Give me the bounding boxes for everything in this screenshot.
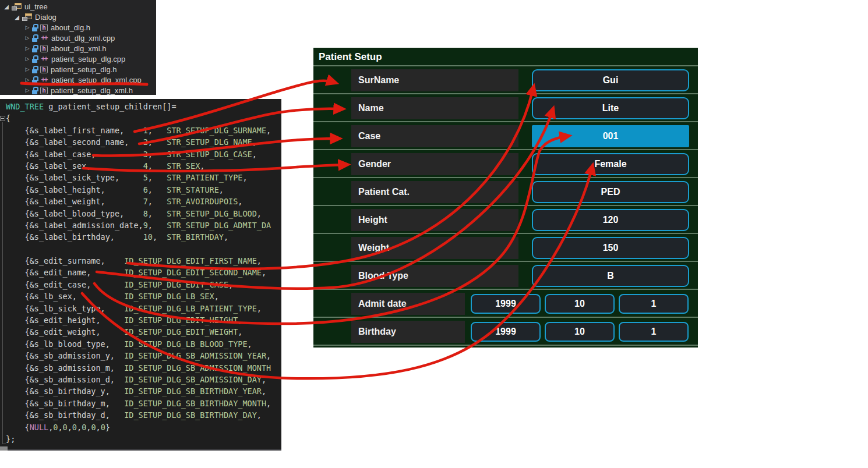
- collapsed-arrow-icon[interactable]: ▷: [23, 66, 31, 72]
- admit-date-month-box[interactable]: 10: [545, 294, 615, 314]
- tree-item-label: Dialog: [35, 13, 57, 22]
- field-row-admit-date: Admit date1999101: [313, 290, 698, 318]
- tree-item-label: about_dlg_xml.cpp: [51, 34, 115, 42]
- folder-subwindow-shape: [22, 17, 27, 21]
- code-line: {&s_sb_admission_d, ID_SETUP_DLG_SB_ADMI…: [0, 374, 281, 385]
- header-file-icon: h: [40, 66, 48, 73]
- field-row-birthday: Birthday1999101: [313, 318, 698, 346]
- tree-item-ui-tree[interactable]: ◢ui_tree: [0, 1, 156, 12]
- lock-icon: [32, 34, 38, 42]
- tree-item-patient-setup-dlg-xml-cpp[interactable]: ▷++patient_setup_dlg_xml.cpp: [0, 75, 156, 85]
- collapsed-arrow-icon[interactable]: ▷: [23, 87, 31, 93]
- code-line: {&s_sb_birthday_y, ID_SETUP_DLG_SB_BIRTH…: [0, 385, 281, 397]
- field-row-surname: SurNameGui: [313, 66, 698, 94]
- header-file-icon: h: [40, 24, 48, 31]
- code-line: {&s_label_birthday, 10, STR_BIRTHDAY,: [0, 231, 281, 243]
- field-value-name[interactable]: Lite: [532, 97, 689, 119]
- collapsed-arrow-icon[interactable]: ▷: [23, 45, 31, 51]
- screenshot-stage: ◢ui_tree◢Dialog▷habout_dlg.h▷++about_dlg…: [0, 0, 868, 468]
- tree-item-label: patient_setup_dlg_xml.cpp: [51, 76, 142, 84]
- field-value-weight[interactable]: 150: [532, 237, 689, 259]
- tree-item-about-dlg-xml-h[interactable]: ▷habout_dlg_xml.h: [0, 43, 156, 54]
- folder-icon: [12, 3, 22, 10]
- tree-item-label: patient_setup_dlg_xml.h: [51, 86, 133, 95]
- code-line: {&s_sb_birthday_d, ID_SETUP_DLG_SB_BIRTH…: [0, 409, 281, 421]
- expanded-arrow-icon[interactable]: ◢: [13, 14, 21, 20]
- dialog-rows: SurNameGuiNameLiteCase001GenderFemalePat…: [313, 66, 698, 346]
- field-value-blood-type[interactable]: B: [532, 265, 689, 287]
- folder-icon: [22, 13, 32, 21]
- collapsed-arrow-icon[interactable]: ▷: [23, 77, 31, 83]
- cpp-file-icon: ++: [40, 55, 48, 63]
- tree-item-Dialog[interactable]: ◢Dialog: [0, 12, 156, 22]
- code-line: {&s_lb_blood_type, ID_SETUP_DLG_LB_BLOOD…: [0, 338, 281, 350]
- field-label-blood-type: Blood Type: [351, 265, 518, 287]
- code-line: {&s_edit_weight, ID_SETUP_DLG_EDIT_WEIGH…: [0, 326, 281, 338]
- code-line: {&s_lb_sex, ID_SETUP_DLG_LB_SEX,: [0, 290, 281, 302]
- code-line: {&s_sb_admission_y, ID_SETUP_DLG_SB_ADMI…: [0, 350, 281, 361]
- header-file-icon: h: [40, 45, 48, 52]
- code-line: [0, 243, 281, 255]
- field-row-patient-cat: Patient Cat.PED: [313, 178, 698, 206]
- code-fold-guide-line: [2, 122, 3, 444]
- collapsed-arrow-icon[interactable]: ▷: [23, 56, 31, 62]
- lock-icon: [32, 55, 38, 63]
- birthday-year-box[interactable]: 1999: [471, 322, 541, 342]
- field-row-name: NameLite: [313, 94, 698, 122]
- tree-item-patient-setup-dlg-h[interactable]: ▷hpatient_setup_dlg.h: [0, 64, 156, 75]
- code-scrollbar-corner[interactable]: [0, 446, 8, 451]
- code-fold-guide-end: [2, 444, 6, 444]
- field-value-surname[interactable]: Gui: [532, 69, 689, 91]
- field-label-patient-cat: Patient Cat.: [351, 181, 518, 203]
- admit-date-day-box[interactable]: 1: [619, 294, 689, 314]
- tree-item-about-dlg-xml-cpp[interactable]: ▷++about_dlg_xml.cpp: [0, 33, 156, 43]
- code-line: {&s_label_blood_type, 8, STR_SETUP_DLG_B…: [0, 208, 281, 219]
- code-editor-bottom-edge: [0, 449, 281, 451]
- code-line: {&s_sb_birthday_m, ID_SETUP_DLG_SB_BIRTH…: [0, 398, 281, 409]
- birthday-month-box[interactable]: 10: [545, 322, 615, 342]
- tree-item-label: about_dlg_xml.h: [51, 44, 106, 53]
- code-line: WND_TREE g_patient_setup_children[]=: [0, 101, 281, 112]
- field-label-case: Case: [351, 125, 518, 147]
- tree-item-label: about_dlg.h: [51, 23, 90, 32]
- code-line: {&s_label_case, 3, STR_SETUP_DLG_CASE,: [0, 148, 281, 160]
- folder-subwindow-shape: [12, 6, 17, 10]
- code-editor[interactable]: WND_TREE g_patient_setup_children[]={ {&…: [0, 99, 281, 451]
- code-line: {&s_label_first_name, 1, STR_SETUP_DLG_S…: [0, 125, 281, 136]
- field-label-birthday: Birthday: [351, 321, 465, 343]
- collapsed-arrow-icon[interactable]: ▷: [23, 35, 31, 41]
- header-file-icon: h: [40, 87, 48, 94]
- field-value-patient-cat[interactable]: PED: [532, 181, 689, 203]
- code-line: {&s_label_height, 6, STR_STATURE,: [0, 184, 281, 196]
- tree-item-label: ui_tree: [24, 2, 48, 11]
- tree-item-about-dlg-h[interactable]: ▷habout_dlg.h: [0, 22, 156, 33]
- cpp-file-icon: ++: [40, 76, 48, 84]
- admit-date-year-box[interactable]: 1999: [471, 294, 541, 314]
- field-row-case: Case001: [313, 122, 698, 150]
- field-value-gender[interactable]: Female: [532, 153, 689, 175]
- code-line: {&s_label_sex, 4, STR_SEX,: [0, 160, 281, 172]
- code-line: {&s_lb_sick_type, ID_SETUP_DLG_LB_PATIEN…: [0, 303, 281, 314]
- code-line: };: [0, 433, 281, 445]
- birthday-day-box[interactable]: 1: [619, 322, 689, 342]
- lock-icon: [32, 87, 38, 94]
- patient-setup-dialog: Patient Setup SurNameGuiNameLiteCase001G…: [313, 48, 698, 348]
- field-value-height[interactable]: 120: [532, 209, 689, 231]
- field-value-case[interactable]: 001: [532, 125, 689, 147]
- tree-item-patient-setup-dlg-xml-h[interactable]: ▷hpatient_setup_dlg_xml.h: [0, 85, 156, 95]
- expanded-arrow-icon[interactable]: ◢: [2, 3, 10, 10]
- field-label-name: Name: [351, 97, 518, 119]
- code-line: {NULL,0,0,0,0,0,0}: [0, 421, 281, 433]
- code-line: {&s_label_sick_type, 5, STR_PATIENT_TYPE…: [0, 172, 281, 183]
- solution-explorer-tree[interactable]: ◢ui_tree◢Dialog▷habout_dlg.h▷++about_dlg…: [0, 0, 156, 95]
- field-label-weight: Weight: [351, 237, 518, 259]
- field-label-gender: Gender: [351, 153, 518, 175]
- code-lines: WND_TREE g_patient_setup_children[]={ {&…: [0, 101, 281, 445]
- collapsed-arrow-icon[interactable]: ▷: [23, 24, 31, 30]
- code-line: {: [0, 112, 281, 124]
- tree-item-patient-setup-dlg-cpp[interactable]: ▷++patient_setup_dlg.cpp: [0, 54, 156, 64]
- code-line: {&s_label_second_name, 2, STR_SETUP_DLG_…: [0, 136, 281, 148]
- code-fold-toggle[interactable]: [0, 116, 5, 121]
- field-label-height: Height: [351, 209, 518, 231]
- dialog-title: Patient Setup: [313, 48, 698, 66]
